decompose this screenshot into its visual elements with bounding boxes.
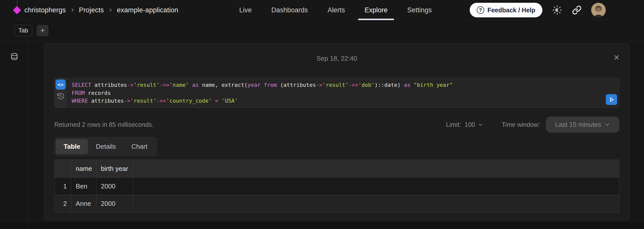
sql-token: 'USA' xyxy=(222,98,238,104)
sql-token: records xyxy=(85,90,111,96)
sql-token xyxy=(261,82,264,88)
history-icon xyxy=(57,92,64,100)
result-tab-table[interactable]: Table xyxy=(56,139,88,154)
top-nav-bar: christophergsProjectsexample-application… xyxy=(0,0,644,20)
time-window-value: Last 15 minutes xyxy=(555,121,601,129)
query-tab[interactable]: Tab xyxy=(14,25,32,36)
row-number: 1 xyxy=(55,178,71,195)
query-tab-label: Tab xyxy=(18,27,28,34)
breadcrumb-item-christophergs[interactable]: christophergs xyxy=(24,6,66,14)
close-panel-button[interactable]: × xyxy=(614,53,619,62)
sql-token: as xyxy=(192,82,199,88)
sql-token: 'country_code' xyxy=(166,98,212,104)
sql-code[interactable]: SELECT attributes->'result'->>'name' as … xyxy=(67,78,619,107)
breadcrumb: christophergsProjectsexample-application xyxy=(14,0,178,20)
sql-token: )::date) xyxy=(375,82,404,88)
panel-header: Sep 18, 22:40 × xyxy=(44,44,629,62)
column-header-birth-year: birth year xyxy=(96,160,133,178)
database-icon xyxy=(10,53,18,61)
cell-name: Anne xyxy=(71,195,96,212)
sql-token: name, extract( xyxy=(199,82,248,88)
feedback-help-button[interactable]: ? Feedback / Help xyxy=(470,3,542,17)
column-header-name: name xyxy=(71,160,96,178)
sun-moon-icon xyxy=(552,5,562,15)
add-tab-button[interactable]: + xyxy=(37,25,49,36)
primary-nav: LiveDashboardsAlertsExploreSettings xyxy=(229,0,441,20)
nav-item-explore[interactable]: Explore xyxy=(358,0,394,20)
tab-strip: Tab + xyxy=(0,20,644,41)
time-window-dropdown[interactable]: Last 15 minutes xyxy=(546,117,619,133)
app-window: christophergsProjectsexample-application… xyxy=(0,0,644,229)
sql-line-2: FROM records xyxy=(72,89,619,97)
status-row: Returned 2 rows in 85 milliseconds. Limi… xyxy=(54,116,619,133)
sql-token: ->> xyxy=(348,82,358,88)
sql-token: 'result' xyxy=(323,82,349,88)
query-status-text: Returned 2 rows in 85 milliseconds. xyxy=(54,121,154,128)
breadcrumb-item-Projects[interactable]: Projects xyxy=(79,6,104,14)
code-icon: <> xyxy=(58,82,64,87)
sql-line-1: SELECT attributes->'result'->>'name' as … xyxy=(72,81,619,89)
sql-token xyxy=(212,98,215,104)
sql-token: 'result' xyxy=(130,98,156,104)
plus-icon: + xyxy=(40,27,45,34)
sql-token: WHERE xyxy=(72,98,88,104)
sql-token: SELECT xyxy=(72,82,91,88)
sql-token: = xyxy=(215,98,218,104)
share-link-button[interactable] xyxy=(572,5,582,15)
result-tab-chart[interactable]: Chart xyxy=(124,139,155,154)
result-tab-details[interactable]: Details xyxy=(88,139,124,154)
content-area: Sep 18, 22:40 × <> xyxy=(0,41,644,229)
brand-diamond-logo[interactable] xyxy=(13,6,21,14)
time-window-label: Time window: xyxy=(502,121,540,128)
query-controls: Limit: 100 Time window: Last 15 minutes xyxy=(446,117,619,133)
code-mode-button[interactable]: <> xyxy=(56,80,66,90)
sql-token: attributes xyxy=(88,98,124,104)
cell-name: Ben xyxy=(71,178,96,195)
avatar-photo xyxy=(591,3,606,17)
query-panel: Sep 18, 22:40 × <> xyxy=(44,43,630,220)
limit-value: 100 xyxy=(465,121,475,128)
nav-item-settings[interactable]: Settings xyxy=(401,0,438,20)
sql-token: "birth year" xyxy=(414,82,453,88)
sql-line-3: WHERE attributes->'result'->>'country_co… xyxy=(72,97,619,105)
sql-token xyxy=(189,82,192,88)
query-history-button[interactable] xyxy=(56,92,65,101)
column-header-empty xyxy=(55,160,71,178)
sql-token: FROM xyxy=(72,90,85,96)
nav-item-live[interactable]: Live xyxy=(233,0,258,20)
nav-item-dashboards[interactable]: Dashboards xyxy=(265,0,314,20)
breadcrumb-item-example-application[interactable]: example-application xyxy=(117,6,178,14)
sql-token: (attributes xyxy=(277,82,316,88)
sql-editor[interactable]: <> SELECT attributes->'result'->>'name' … xyxy=(54,78,619,108)
theme-toggle-button[interactable] xyxy=(552,5,562,15)
sql-token: -> xyxy=(127,82,134,88)
user-avatar[interactable] xyxy=(591,3,606,17)
sql-token: ->> xyxy=(156,98,166,104)
sql-token: ->> xyxy=(160,82,170,88)
sql-token: -> xyxy=(124,98,130,104)
sql-token: 'name' xyxy=(169,82,189,88)
sql-token xyxy=(218,98,222,104)
sql-token: as xyxy=(404,82,410,88)
results-table: namebirth year1Ben20002Anne2000 xyxy=(54,160,619,213)
play-icon xyxy=(608,96,615,103)
breadcrumb-separator-icon xyxy=(70,8,75,13)
sql-token: year xyxy=(248,82,261,88)
question-circle-icon: ? xyxy=(477,6,484,14)
sql-token xyxy=(410,82,414,88)
editor-gutter: <> xyxy=(55,78,67,107)
sql-token: attributes xyxy=(91,82,127,88)
nav-right-cluster: ? Feedback / Help xyxy=(470,0,606,20)
cell-birth-year: 2000 xyxy=(96,195,133,212)
sql-token: -> xyxy=(316,82,323,88)
sql-token: 'result' xyxy=(134,82,160,88)
schema-browser-button[interactable] xyxy=(9,52,20,63)
query-timestamp: Sep 18, 22:40 xyxy=(316,55,357,62)
nav-item-alerts[interactable]: Alerts xyxy=(321,0,351,20)
limit-dropdown[interactable]: 100 xyxy=(465,121,483,128)
chevron-down-icon xyxy=(604,122,610,128)
chevron-down-icon xyxy=(478,122,483,127)
run-query-button[interactable] xyxy=(606,94,617,105)
bottom-band xyxy=(0,222,644,229)
cell-empty xyxy=(133,178,619,195)
